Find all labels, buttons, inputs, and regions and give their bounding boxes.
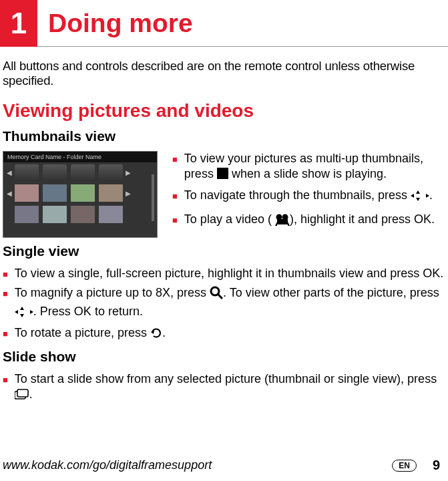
- scrollbar: [152, 174, 154, 221]
- bullet-icon: ■: [172, 154, 178, 165]
- svg-marker-0: [411, 194, 414, 198]
- thumbnails-heading: Thumbnails view: [3, 128, 445, 144]
- slide-show-bullets: ■ To start a slide show from any selecte…: [3, 371, 445, 404]
- thumbnails-screenshot: Memory Card Name - Folder Name ◀ ▶ ◀ ▶ ◀…: [3, 151, 158, 238]
- stop-icon: [217, 168, 228, 179]
- bullet-icon: ■: [172, 191, 178, 202]
- screenshot-titlebar: Memory Card Name - Folder Name: [3, 152, 157, 162]
- photo-thumb: [71, 206, 95, 223]
- svg-marker-12: [20, 307, 24, 310]
- chapter-title: Doing more: [37, 0, 448, 47]
- rotate-icon: [150, 327, 162, 343]
- svg-rect-17: [17, 389, 28, 397]
- bullet-icon: ■: [3, 289, 8, 300]
- photo-thumb: [15, 206, 39, 223]
- folder-icon: [43, 164, 67, 180]
- bullet-icon: ■: [3, 375, 8, 386]
- list-item: ■ To start a slide show from any selecte…: [3, 371, 445, 404]
- svg-marker-2: [416, 198, 420, 201]
- bullet-icon: ■: [3, 329, 8, 340]
- photo-thumb: [99, 206, 123, 223]
- folder-icon: [99, 164, 123, 180]
- section-heading: Viewing pictures and videos: [3, 100, 445, 122]
- photo-thumb: [99, 184, 123, 202]
- right-arrow-icon: ▶: [125, 190, 132, 197]
- list-item: ■ To play a video ( ), highlight it and …: [172, 212, 445, 230]
- list-item: ■ To magnify a picture up to 8X, press .…: [3, 285, 445, 321]
- page-footer: www.kodak.com/go/digitalframesupport EN …: [3, 458, 440, 473]
- magnify-icon: [210, 286, 223, 303]
- svg-marker-13: [20, 314, 24, 317]
- window-stack-icon: [15, 388, 29, 404]
- video-icon: [275, 214, 290, 230]
- left-arrow-icon: ◀: [6, 190, 13, 197]
- folder-icon: [71, 164, 95, 180]
- svg-rect-6: [277, 219, 288, 224]
- nav-arrows-icon: [411, 190, 429, 205]
- slide-show-heading: Slide show: [3, 349, 445, 365]
- chapter-number: 1: [0, 0, 37, 47]
- bullet-icon: ■: [3, 269, 8, 281]
- photo-thumb: [43, 184, 67, 202]
- folder-icon: [15, 164, 39, 180]
- photo-thumb: [15, 184, 39, 202]
- page-number: 9: [433, 458, 440, 473]
- single-view-heading: Single view: [3, 243, 445, 259]
- nav-arrows-icon: [15, 306, 33, 321]
- intro-text: All buttons and controls described are o…: [3, 59, 445, 88]
- footer-url: www.kodak.com/go/digitalframesupport: [3, 458, 212, 472]
- svg-line-10: [218, 294, 222, 299]
- thumbnails-bullets: ■ To view your pictures as multi-up thum…: [158, 151, 445, 238]
- photo-thumb: [71, 184, 95, 202]
- list-item: ■ To view your pictures as multi-up thum…: [172, 151, 445, 181]
- bullet-icon: ■: [172, 215, 178, 226]
- svg-marker-7: [275, 222, 277, 226]
- svg-marker-11: [15, 310, 18, 314]
- list-item: ■ To view a single, full-screen picture,…: [3, 266, 445, 281]
- thumbnails-block: Memory Card Name - Folder Name ◀ ▶ ◀ ▶ ◀…: [3, 151, 445, 238]
- language-badge: EN: [392, 460, 417, 472]
- left-arrow-icon: ◀: [6, 169, 13, 176]
- list-item: ■ To rotate a picture, press .: [3, 325, 445, 343]
- right-arrow-icon: ▶: [125, 169, 132, 176]
- photo-thumb: [43, 206, 67, 223]
- svg-marker-1: [416, 190, 420, 194]
- single-view-bullets: ■ To view a single, full-screen picture,…: [3, 266, 445, 343]
- list-item: ■ To navigate through the thumbnails, pr…: [172, 188, 445, 205]
- chapter-header: 1 Doing more: [0, 0, 448, 47]
